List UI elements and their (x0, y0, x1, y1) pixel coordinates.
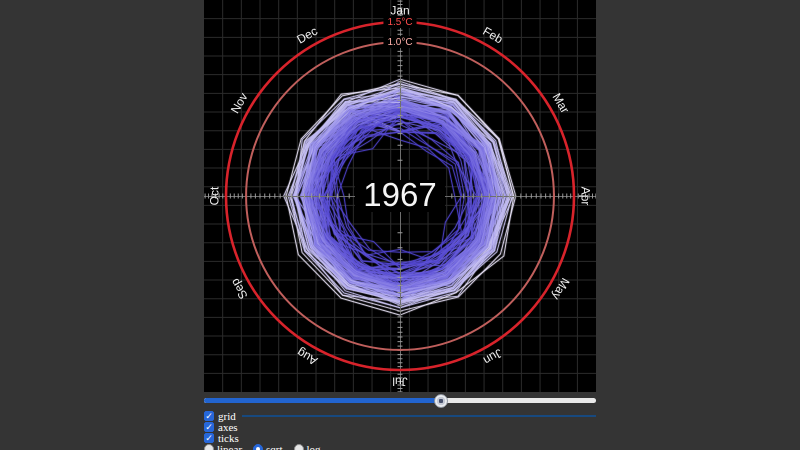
grid-checkbox-row: ✓ grid (204, 411, 596, 421)
divider-line (242, 415, 596, 417)
check-icon: ✓ (205, 412, 213, 421)
scale-option-sqrt: sqrt (253, 444, 283, 450)
year-slider-thumb[interactable] (434, 394, 448, 408)
sqrt-radio-label: sqrt (266, 444, 283, 450)
app-background: ✓ grid ✓ axes ✓ ticks linear sqrt log (0, 0, 800, 450)
ticks-checkbox-row: ✓ ticks (204, 433, 596, 443)
scale-option-linear: linear (204, 444, 242, 450)
year-slider[interactable] (204, 395, 596, 405)
linear-radio-label: linear (217, 444, 242, 450)
axes-checkbox-row: ✓ axes (204, 422, 596, 432)
axes-checkbox-label: axes (218, 422, 238, 432)
axes-checkbox[interactable]: ✓ (204, 422, 214, 432)
scale-option-log: log (294, 444, 321, 450)
year-slider-fill (204, 398, 441, 403)
ticks-checkbox-label: ticks (218, 433, 239, 443)
linear-radio[interactable] (204, 444, 214, 450)
chart-panel: ✓ grid ✓ axes ✓ ticks linear sqrt log (204, 0, 596, 450)
climate-spiral-canvas (204, 0, 596, 392)
check-icon: ✓ (205, 423, 213, 432)
ticks-checkbox[interactable]: ✓ (204, 433, 214, 443)
grid-checkbox-label: grid (218, 411, 236, 421)
check-icon: ✓ (205, 434, 213, 443)
scale-radio-group: linear sqrt log (204, 444, 596, 450)
sqrt-radio[interactable] (253, 444, 263, 450)
log-radio-label: log (307, 444, 321, 450)
grid-checkbox[interactable]: ✓ (204, 411, 214, 421)
log-radio[interactable] (294, 444, 304, 450)
